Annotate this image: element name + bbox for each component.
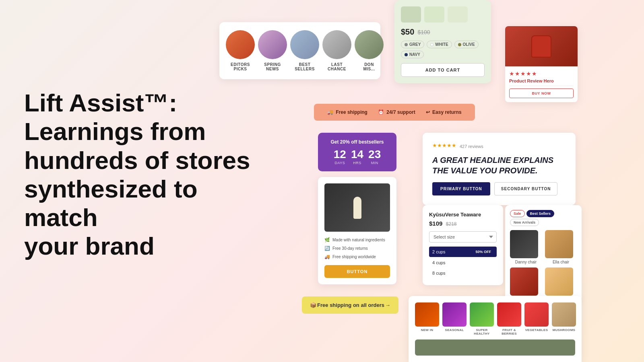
size-select[interactable]: Select size bbox=[429, 231, 497, 243]
countdown-title: Get 20% off bestsellers bbox=[324, 139, 390, 145]
heading-title: Lift Assist™: bbox=[24, 89, 177, 117]
food-img-healthy bbox=[470, 302, 494, 327]
tag-best-sellers[interactable]: Best Sellers bbox=[526, 210, 555, 217]
count-min: 23 MIN bbox=[368, 149, 381, 165]
food-fruit[interactable]: FRUIT & BERRIES bbox=[497, 302, 521, 335]
category-widget: EDITORSPICKS SPRINGNEWS BESTSELLERS LAST… bbox=[219, 22, 380, 79]
count-hrs: 14 HRS bbox=[351, 149, 363, 165]
cat-item-editors[interactable]: EDITORSPICKS bbox=[226, 30, 255, 71]
review-hero-body: ★★★★★ Product Review Hero BUY NOW bbox=[505, 66, 578, 102]
color-opt-grey[interactable]: GREY bbox=[401, 41, 424, 48]
cat-item-spring[interactable]: SPRINGNEWS bbox=[258, 30, 287, 71]
count-days-label: DAYS bbox=[334, 161, 345, 165]
chair-item-3[interactable] bbox=[510, 267, 542, 297]
secondary-button[interactable]: SECONDARY BUTTON bbox=[494, 182, 558, 195]
teaware-card: KyūsuVerse Teaware $109 $218 Select size… bbox=[423, 205, 503, 285]
support-label: 24/7 support bbox=[386, 109, 415, 115]
shipping-item-support: ⏰ 24/7 support bbox=[378, 109, 415, 115]
food-label-fruit: FRUIT & BERRIES bbox=[497, 328, 521, 335]
add-to-cart-button[interactable]: ADD TO CART bbox=[401, 63, 485, 77]
tag-sale[interactable]: Sale bbox=[510, 210, 525, 217]
chair-item-4[interactable] bbox=[545, 267, 577, 297]
countdown-numbers: 12 DAYS 14 HRS 23 MIN bbox=[324, 149, 390, 165]
review-hero-title: Product Review Hero bbox=[509, 78, 574, 83]
chairs-card: Sale Best Sellers New Arrivals Danny cha… bbox=[505, 205, 582, 302]
primary-button[interactable]: PRIMARY BUTTON bbox=[432, 182, 490, 195]
count-min-label: MIN bbox=[371, 161, 378, 165]
color-opt-navy[interactable]: NAVY bbox=[401, 51, 424, 58]
food-label-seasonal: SEASONAL bbox=[442, 328, 466, 332]
chair-item-ella[interactable]: Ella chair bbox=[545, 230, 577, 264]
cat-circle-flowers bbox=[258, 30, 287, 59]
truck-icon: 🚚 bbox=[324, 254, 330, 259]
price-old: $100 bbox=[417, 29, 430, 35]
product-detail-image bbox=[324, 183, 390, 232]
food-img-mushroom bbox=[552, 302, 576, 327]
food-mushroom[interactable]: MUSHROOMS bbox=[552, 302, 576, 335]
count-hrs-num: 14 bbox=[351, 149, 363, 160]
cat-label-best: BESTSELLERS bbox=[295, 62, 315, 71]
count-min-num: 23 bbox=[368, 149, 381, 160]
food-label-newin: NEW IN bbox=[415, 328, 439, 332]
price-current: $50 bbox=[401, 27, 414, 37]
cat-label-editors: EDITORSPICKS bbox=[231, 62, 250, 71]
teaware-title: KyūsuVerse Teaware bbox=[429, 212, 497, 218]
food-healthy[interactable]: SUPER HEALTHY bbox=[470, 302, 494, 335]
color-opt-white[interactable]: WHITE bbox=[427, 41, 452, 48]
return-icon: 🔄 bbox=[324, 246, 330, 251]
food-newin[interactable]: NEW IN bbox=[415, 302, 439, 335]
cat-item-last[interactable]: LASTCHANCE bbox=[322, 30, 351, 71]
food-veg[interactable]: VEGETABLES bbox=[524, 302, 549, 335]
cat-item-misc[interactable]: DONMIS... bbox=[355, 30, 384, 71]
size-option-8cups[interactable]: 8 cups bbox=[429, 268, 497, 278]
size-option-4cups[interactable]: 4 cups bbox=[429, 258, 497, 267]
chair-item-danny[interactable]: Danny chair bbox=[510, 230, 542, 264]
color-label-grey: GREY bbox=[409, 42, 421, 47]
color-opt-olive[interactable]: OLIVE bbox=[454, 41, 479, 48]
review-hero-card: ★★★★★ Product Review Hero BUY NOW bbox=[505, 26, 578, 102]
countdown-widget: Get 20% off bestsellers 12 DAYS 14 HRS 2… bbox=[318, 133, 396, 171]
food-seasonal[interactable]: SEASONAL bbox=[442, 302, 466, 335]
heading-subtitle: Learnings fromhundreds of storessynthesi… bbox=[24, 117, 250, 260]
color-label-navy: NAVY bbox=[409, 52, 420, 57]
headline-reviews: 427 reviews bbox=[460, 144, 483, 149]
chairs-grid: Danny chair Ella chair bbox=[510, 230, 577, 297]
color-label-white: WHITE bbox=[435, 42, 448, 47]
product-card-green: $50 $100 GREY WHITE OLIVE NAVY ADD TO CA… bbox=[394, 0, 491, 83]
count-days-num: 12 bbox=[334, 149, 346, 160]
left-section: Lift Assist™: Learnings fromhundreds of … bbox=[24, 88, 266, 261]
feature-shipping-text: Free shipping worldwide bbox=[332, 255, 376, 259]
cat-item-best[interactable]: BESTSELLERS bbox=[290, 30, 319, 71]
bottle-icon bbox=[353, 197, 361, 219]
chair-name-danny: Danny chair bbox=[510, 260, 542, 264]
buy-now-button[interactable]: BUY NOW bbox=[509, 88, 574, 98]
product-features: 🌿 Made with natural ingredients 🔄 Free 3… bbox=[324, 236, 390, 261]
count-hrs-label: HRS bbox=[353, 161, 361, 165]
main-heading: Lift Assist™: Learnings fromhundreds of … bbox=[24, 88, 266, 261]
size-8cups-label: 8 cups bbox=[432, 271, 445, 276]
color-label-olive: OLIVE bbox=[463, 42, 475, 47]
cat-circle-misc bbox=[355, 30, 384, 59]
dot-grey bbox=[405, 43, 408, 46]
feature-returns-text: Free 30-day returns bbox=[332, 246, 368, 251]
tag-new-arrivals[interactable]: New Arrivals bbox=[510, 219, 539, 226]
food-img-seasonal bbox=[442, 302, 466, 327]
count-days: 12 DAYS bbox=[334, 149, 346, 165]
size-option-2cups[interactable]: 2 cups 50% OFF bbox=[429, 247, 497, 257]
feature-shipping: 🚚 Free shipping worldwide bbox=[324, 253, 390, 261]
product-detail-button[interactable]: BUTTON bbox=[324, 265, 390, 278]
food-img-newin bbox=[415, 302, 439, 327]
headline-section: ★★★★★ 427 reviews A GREAT HEADLINE EXPLA… bbox=[423, 133, 576, 205]
shipping-icon: 🚚 bbox=[327, 109, 333, 115]
feature-returns: 🔄 Free 30-day returns bbox=[324, 244, 390, 253]
product-detail-card: 🌿 Made with natural ingredients 🔄 Free 3… bbox=[318, 177, 396, 284]
food-img-fruit bbox=[497, 302, 521, 327]
chair-name-ella: Ella chair bbox=[545, 260, 577, 264]
chairs-tags: Sale Best Sellers New Arrivals bbox=[510, 210, 577, 226]
free-shipping-banner[interactable]: 📦 Free shipping on all orders → bbox=[302, 296, 398, 314]
cat-label-last: LASTCHANCE bbox=[328, 62, 346, 71]
teaware-price: $109 bbox=[429, 220, 442, 227]
food-bottom-banner bbox=[415, 339, 575, 356]
price-row: $50 $100 bbox=[401, 27, 485, 37]
cat-circle-last bbox=[322, 30, 351, 59]
